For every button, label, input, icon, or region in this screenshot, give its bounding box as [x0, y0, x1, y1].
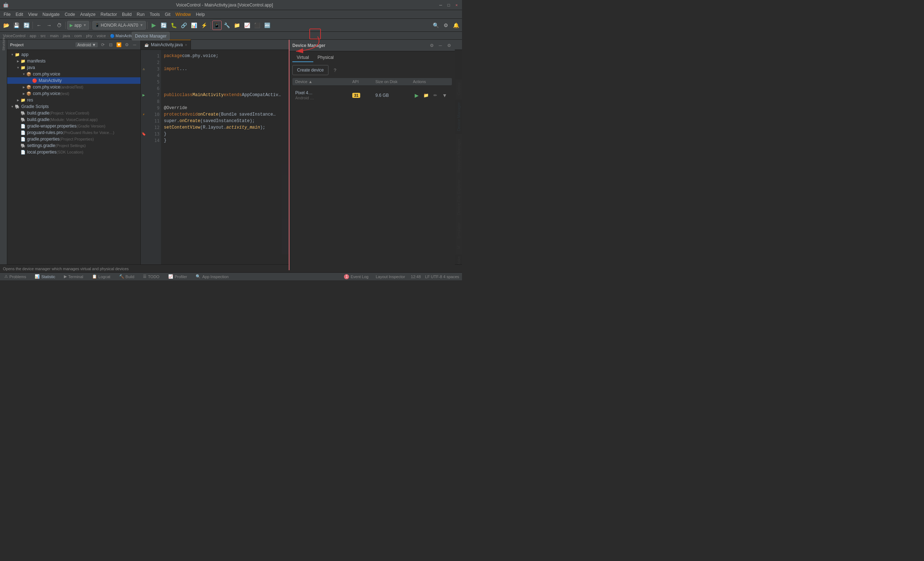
tree-java[interactable]: ▼ 📁 java	[7, 64, 140, 71]
maximize-btn[interactable]: □	[446, 3, 451, 8]
tree-arrow-app[interactable]: ▼	[10, 53, 14, 57]
menu-edit[interactable]: Edit	[14, 11, 25, 18]
tree-com-phy-voice-test[interactable]: ▶ 📦 com.phy.voice (test)	[7, 90, 140, 97]
global-search-btn[interactable]: 🔍	[431, 21, 440, 30]
create-device-btn[interactable]: Create device	[292, 65, 328, 75]
event-log-tab[interactable]: 1 Event Log	[342, 274, 370, 280]
menu-navigate[interactable]: Navigate	[40, 11, 62, 18]
menu-code[interactable]: Code	[63, 11, 77, 18]
open-btn[interactable]: 📂	[2, 21, 11, 30]
menu-build[interactable]: Build	[120, 11, 134, 18]
dm-gear2-btn[interactable]: ⚙	[446, 43, 452, 48]
breadcrumb-voice[interactable]: voice	[97, 34, 106, 38]
attach-btn[interactable]: 🔗	[179, 21, 189, 30]
sdk-btn[interactable]: 🔧	[222, 21, 232, 30]
tree-arrow-res[interactable]: ▶	[16, 98, 20, 102]
help-btn[interactable]: ?	[332, 66, 339, 74]
statistic-tab[interactable]: 📊 Statistic	[33, 274, 57, 280]
problems-tab[interactable]: ⚠ Problems	[3, 274, 27, 280]
menu-analyze[interactable]: Analyze	[78, 11, 98, 18]
terminal-tab[interactable]: ▶ Terminal	[63, 274, 85, 280]
dm-settings-btn[interactable]: ⚙	[429, 43, 435, 48]
profile-btn[interactable]: ⚡	[200, 21, 209, 30]
coverage-btn[interactable]: 📊	[189, 21, 199, 30]
menu-run[interactable]: Run	[135, 11, 147, 18]
avd-btn[interactable]: 📱	[212, 21, 222, 30]
tree-arrow-test[interactable]: ▶	[22, 92, 26, 96]
breadcrumb-main[interactable]: main	[50, 34, 58, 38]
run-avd-btn[interactable]: ▶	[413, 92, 420, 99]
run-btn[interactable]: ▶	[149, 21, 159, 30]
tree-mainactivity[interactable]: ▶ 🔴 MainActivity	[7, 77, 140, 84]
tree-build-gradle-module[interactable]: ▶ 🐘 build.gradle (Module: VoiceControl.a…	[7, 116, 140, 123]
stop-btn[interactable]: ⬛	[253, 21, 262, 30]
translate-btn[interactable]: 🔤	[263, 21, 272, 30]
tree-arrow-androidtest[interactable]: ▶	[22, 85, 26, 89]
filter-btn[interactable]: 🔽	[116, 42, 122, 48]
devicefile-btn[interactable]: 📁	[232, 21, 242, 30]
menu-help[interactable]: Help	[194, 11, 207, 18]
android-dropdown[interactable]: Android ▼	[75, 42, 98, 47]
tree-proguard[interactable]: ▶ 📄 proguard-rules.pro (ProGuard Rules f…	[7, 129, 140, 136]
tree-arrow-java[interactable]: ▼	[16, 65, 20, 70]
build-tab[interactable]: 🔨 Build	[118, 274, 136, 280]
menu-git[interactable]: Git	[163, 11, 172, 18]
sync-project-btn[interactable]: ⟳	[100, 42, 106, 48]
close-btn[interactable]: ×	[454, 3, 459, 8]
more-avd-btn[interactable]: ▼	[441, 92, 448, 99]
run-config-dropdown[interactable]: ▶ app ▼	[67, 21, 89, 30]
notifications-btn[interactable]: 🔔	[451, 21, 460, 30]
tree-app[interactable]: ▼ 📁 app	[7, 51, 140, 58]
breadcrumb-app[interactable]: app	[30, 34, 36, 38]
tree-build-gradle-project[interactable]: ▶ 🐘 build.gradle (Project: VoiceControl)	[7, 110, 140, 116]
profiler-btn[interactable]: 📈	[243, 21, 252, 30]
tab-mainactivity[interactable]: ☕ MainActivity.java ×	[141, 40, 191, 50]
tree-arrow-manifests[interactable]: ▶	[16, 59, 20, 63]
breadcrumb-com[interactable]: com	[74, 34, 82, 38]
todo-tab[interactable]: ☰ TODO	[141, 274, 161, 280]
tree-local-props[interactable]: ▶ 📄 local.properties (SDK Location)	[7, 149, 140, 155]
tree-gradle-wrapper[interactable]: ▶ 📄 gradle-wrapper.properties (Gradle Ve…	[7, 123, 140, 129]
menu-file[interactable]: File	[2, 11, 13, 18]
logcat-tab[interactable]: 📋 Logcat	[91, 274, 112, 280]
forward-btn[interactable]: →	[44, 21, 54, 30]
tree-settings-gradle[interactable]: ▶ 🐘 settings.gradle (Project Settings)	[7, 142, 140, 149]
dm-tab-physical[interactable]: Physical	[313, 53, 338, 62]
dm-minimize-btn[interactable]: ─	[438, 43, 443, 48]
project-settings-btn[interactable]: ⚙	[124, 42, 130, 48]
recent-btn[interactable]: ⏱	[54, 21, 64, 30]
menu-tools[interactable]: Tools	[148, 11, 162, 18]
collapse-all-btn[interactable]: ⊟	[108, 42, 114, 48]
menu-refactor[interactable]: Refactor	[99, 11, 119, 18]
breadcrumb-voicecontrol[interactable]: VoiceControl	[3, 34, 25, 38]
run-gutter-10[interactable]: ⚡	[141, 111, 147, 118]
settings-btn[interactable]: ⚙	[441, 21, 450, 30]
layout-inspector-tab[interactable]: Layout Inspector	[374, 274, 406, 280]
reload-btn[interactable]: 🔄	[159, 21, 168, 30]
tree-arrow-com-phy-voice[interactable]: ▼	[22, 72, 26, 76]
tree-arrow-gradle[interactable]: ▼	[10, 104, 14, 109]
dm-tab-virtual[interactable]: Virtual	[292, 53, 313, 62]
app-inspection-tab[interactable]: 🔍 App Inspection	[194, 274, 230, 280]
tree-com-phy-voice[interactable]: ▼ 📦 com.phy.voice	[7, 71, 140, 77]
tree-com-phy-voice-androidtest[interactable]: ▶ 📦 com.phy.voice (androidTest)	[7, 84, 140, 90]
breadcrumb-src[interactable]: src	[40, 34, 46, 38]
tree-gradle-scripts[interactable]: ▼ 🐘 Gradle Scripts	[7, 103, 140, 110]
breadcrumb-java[interactable]: java	[63, 34, 70, 38]
run-gutter-7[interactable]: ▶	[141, 92, 147, 98]
left-structure-btn[interactable]: Structure	[1, 41, 6, 47]
profiler-tab[interactable]: 📈 Profiler	[167, 274, 189, 280]
tree-gradle-props[interactable]: ▶ 📄 gradle.properties (Project Propertie…	[7, 136, 140, 142]
project-hide-btn[interactable]: ─	[132, 42, 138, 48]
breadcrumb-phy[interactable]: phy	[86, 34, 92, 38]
open-avd-folder-btn[interactable]: 📁	[422, 92, 429, 99]
save-btn[interactable]: 💾	[12, 21, 21, 30]
menu-window[interactable]: Window	[173, 11, 193, 18]
back-btn[interactable]: ←	[34, 21, 44, 30]
tree-manifests[interactable]: ▶ 📁 manifests	[7, 58, 140, 64]
menu-view[interactable]: View	[26, 11, 40, 18]
debug-btn[interactable]: 🐛	[169, 21, 178, 30]
tab-close-mainactivity[interactable]: ×	[185, 43, 187, 47]
minimize-btn[interactable]: ─	[438, 3, 443, 8]
device-dropdown[interactable]: 📱 HONOR ALA-AN70 ▼	[92, 21, 146, 30]
